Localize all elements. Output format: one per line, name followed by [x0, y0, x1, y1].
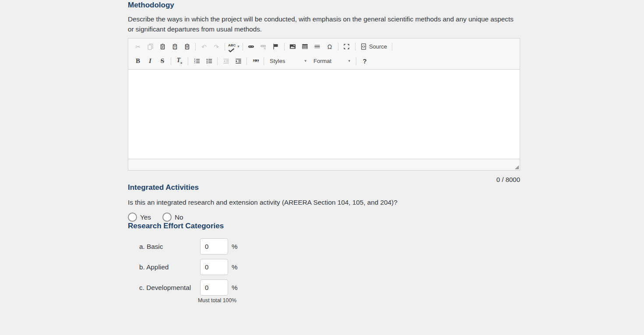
link-icon	[248, 43, 254, 50]
effort-label: c. Developmental	[139, 284, 200, 292]
svg-text:3: 3	[194, 61, 195, 64]
bulleted-list-button[interactable]	[204, 56, 214, 66]
decrease-indent-icon	[223, 58, 229, 64]
spellcheck-abc-icon: ABC	[228, 44, 236, 47]
radio-label: Yes	[140, 213, 151, 221]
image-button[interactable]	[288, 42, 298, 52]
toolbar-separator	[264, 57, 264, 65]
numbered-list-button[interactable]: 123	[191, 56, 202, 66]
basic-percent-input[interactable]	[200, 238, 228, 255]
about-button[interactable]: ?	[359, 56, 370, 66]
image-icon	[289, 43, 296, 50]
effort-label: b. Applied	[139, 263, 200, 271]
radio-circle-icon[interactable]	[162, 213, 172, 222]
maximize-icon	[343, 43, 350, 50]
toolbar-row-2: BISTx123””Styles▾Format▾?	[128, 54, 520, 68]
research-effort-heading: Research Effort Categories	[128, 222, 520, 230]
chevron-down-icon: ▾	[348, 59, 350, 63]
developmental-percent-input[interactable]	[200, 279, 228, 296]
strikethrough-icon: S	[161, 58, 164, 64]
editor-resize-handle[interactable]	[515, 165, 519, 169]
toolbar-separator	[356, 57, 356, 65]
decrease-indent-button	[221, 56, 231, 66]
toolbar-separator	[188, 57, 188, 65]
copy-icon	[147, 43, 154, 50]
effort-row-developmental: c. Developmental%	[128, 279, 520, 296]
cut-icon: ✂	[135, 44, 141, 50]
link-button[interactable]	[246, 42, 257, 52]
undo-button: ↶	[199, 42, 209, 52]
toolbar-separator	[338, 43, 338, 51]
percent-sign: %	[232, 284, 238, 292]
anchor-icon	[272, 43, 279, 50]
italic-button[interactable]: I	[145, 56, 155, 66]
format-dropdown[interactable]: Format▾	[311, 56, 353, 66]
char-counter: 0 / 8000	[128, 176, 520, 183]
radio-circle-icon[interactable]	[128, 213, 137, 222]
numbered-list-icon: 123	[194, 58, 200, 64]
copy-button	[145, 42, 155, 52]
radio-option-no[interactable]: No	[162, 213, 183, 222]
horizontal-line-icon	[314, 43, 320, 50]
anchor-button[interactable]	[271, 42, 281, 52]
research-effort-rows: a. Basic%b. Applied%c. Developmental%	[128, 238, 520, 296]
toolbar-separator	[195, 43, 196, 51]
effort-label: a. Basic	[139, 243, 200, 251]
paste-button[interactable]	[157, 42, 168, 52]
toolbar-separator	[392, 43, 392, 51]
integrated-activities-radio-group: YesNo	[128, 213, 520, 222]
toolbar-row-1: ✂TW↶↷ABC▾ΩSource	[128, 39, 520, 54]
paste-plain-text-icon: T	[172, 43, 178, 50]
chevron-down-icon: ▾	[237, 45, 239, 49]
special-character-icon: Ω	[327, 44, 332, 50]
paste-from-word-icon: W	[184, 43, 190, 50]
toolbar-separator	[246, 57, 247, 65]
percent-sign: %	[232, 263, 238, 271]
paste-icon	[159, 43, 166, 50]
unlink-icon	[260, 43, 267, 50]
toolbar-separator	[243, 43, 243, 51]
special-character-button[interactable]: Ω	[324, 42, 335, 52]
svg-text:T: T	[174, 45, 176, 49]
methodology-heading: Methodology	[128, 1, 520, 9]
toolbar-separator	[171, 57, 171, 65]
toolbar-separator	[225, 43, 225, 51]
maximize-button[interactable]	[341, 42, 352, 52]
editor-content-area[interactable]	[128, 70, 520, 159]
horizontal-line-button[interactable]	[312, 42, 323, 52]
bold-button[interactable]: B	[133, 56, 143, 66]
toolbar-separator	[355, 43, 355, 51]
source-button[interactable]: Source	[359, 42, 389, 52]
remove-format-icon: Tx	[176, 57, 182, 65]
applied-percent-input[interactable]	[200, 259, 228, 275]
toolbar-separator	[217, 57, 218, 65]
percent-sign: %	[232, 243, 238, 251]
chevron-down-icon: ▾	[304, 59, 306, 63]
editor-toolbar: ✂TW↶↷ABC▾ΩSource BISTx123””Styles▾Format…	[128, 38, 520, 70]
blockquote-icon: ””	[253, 60, 258, 65]
cut-button: ✂	[133, 42, 143, 52]
redo-icon: ↷	[214, 44, 219, 50]
effort-row-applied: b. Applied%	[128, 259, 520, 275]
redo-button: ↷	[211, 42, 222, 52]
svg-text:W: W	[186, 45, 188, 48]
radio-option-yes[interactable]: Yes	[128, 213, 151, 222]
bulleted-list-icon	[206, 58, 212, 64]
increase-indent-button[interactable]	[233, 56, 243, 66]
integrated-activities-heading: Integrated Activities	[128, 183, 520, 192]
toolbar-separator	[284, 43, 285, 51]
italic-icon: I	[149, 58, 151, 64]
remove-format-button[interactable]: Tx	[174, 56, 185, 66]
strikethrough-button[interactable]: S	[157, 56, 168, 66]
blockquote-button[interactable]: ””	[250, 56, 260, 66]
must-total-note: Must total 100%	[198, 297, 520, 304]
styles-dropdown[interactable]: Styles▾	[267, 56, 309, 66]
spell-check-button[interactable]: ABC▾	[228, 42, 239, 52]
effort-row-basic: a. Basic%	[128, 238, 520, 255]
methodology-description: Describe the ways in which the project w…	[128, 14, 520, 34]
table-button[interactable]	[300, 42, 310, 52]
table-icon	[302, 43, 308, 50]
paste-plain-text-button[interactable]: T	[169, 42, 180, 52]
undo-icon: ↶	[201, 44, 207, 50]
paste-from-word-button[interactable]: W	[182, 42, 192, 52]
